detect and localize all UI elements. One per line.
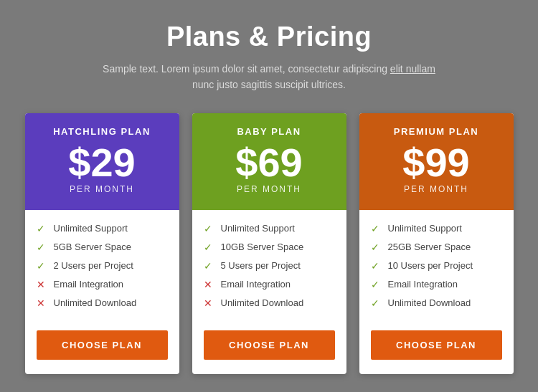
- feature-text: 2 Users per Project: [54, 260, 133, 271]
- plan-features-baby: ✓ Unlimited Support ✓ 10GB Server Space …: [192, 210, 346, 320]
- feature-text: Unlimited Download: [221, 297, 304, 308]
- feature-item: ✓ 5GB Server Space: [37, 242, 168, 253]
- check-yes-icon: ✓: [371, 223, 382, 234]
- plan-price-premium: $99: [371, 143, 502, 183]
- check-no-icon: ✕: [37, 279, 48, 290]
- feature-item: ✓ 10 Users per Project: [371, 260, 502, 272]
- feature-item: ✓ 5 Users per Project: [204, 260, 335, 272]
- plan-period-baby: PER MONTH: [204, 184, 335, 194]
- subtitle-text-2: nunc justo sagittis suscipit ultrices.: [192, 79, 346, 90]
- feature-text: Unlimited Support: [221, 223, 295, 234]
- plan-period-premium: PER MONTH: [371, 184, 502, 194]
- check-yes-icon: ✓: [371, 260, 382, 272]
- plan-period-hatchling: PER MONTH: [37, 184, 168, 194]
- feature-text: Unlimited Download: [54, 297, 137, 308]
- feature-text: Unlimited Support: [388, 223, 462, 234]
- choose-plan-button-hatchling[interactable]: CHOOSE PLAN: [37, 330, 168, 360]
- check-yes-icon: ✓: [37, 223, 48, 234]
- feature-text: 10GB Server Space: [221, 242, 304, 252]
- feature-item: ✓ 10GB Server Space: [204, 242, 335, 253]
- feature-item: ✓ Unlimited Support: [37, 223, 168, 234]
- feature-item: ✕ Email Integration: [37, 279, 168, 290]
- check-yes-icon: ✓: [204, 223, 215, 234]
- plan-features-hatchling: ✓ Unlimited Support ✓ 5GB Server Space ✓…: [25, 210, 179, 320]
- plan-name-premium: PREMIUM PLAN: [371, 126, 502, 137]
- plan-name-baby: BABY PLAN: [204, 126, 335, 137]
- check-yes-icon: ✓: [37, 260, 48, 272]
- feature-item: ✓ Email Integration: [371, 279, 502, 290]
- check-no-icon: ✕: [37, 297, 48, 309]
- check-yes-icon: ✓: [371, 279, 382, 290]
- choose-plan-button-baby[interactable]: CHOOSE PLAN: [204, 330, 335, 360]
- feature-text: Email Integration: [221, 279, 291, 290]
- check-yes-icon: ✓: [204, 242, 215, 253]
- plan-card-premium: PREMIUM PLAN $99 PER MONTH ✓ Unlimited S…: [359, 113, 514, 374]
- feature-text: Email Integration: [388, 279, 458, 290]
- feature-text: Email Integration: [54, 279, 124, 290]
- check-yes-icon: ✓: [37, 242, 48, 253]
- page-title: Plans & Pricing: [14, 21, 524, 52]
- feature-item: ✕ Unlimited Download: [37, 297, 168, 309]
- plan-name-hatchling: HATCHLING PLAN: [37, 126, 168, 137]
- plan-price-baby: $69: [204, 143, 335, 183]
- plan-footer-hatchling: CHOOSE PLAN: [25, 320, 179, 374]
- check-yes-icon: ✓: [371, 242, 382, 253]
- feature-text: Unlimited Download: [388, 297, 471, 308]
- check-no-icon: ✕: [204, 297, 215, 309]
- feature-item: ✓ 2 Users per Project: [37, 260, 168, 272]
- plan-footer-baby: CHOOSE PLAN: [192, 320, 346, 374]
- feature-item: ✓ Unlimited Support: [371, 223, 502, 234]
- choose-plan-button-premium[interactable]: CHOOSE PLAN: [371, 330, 502, 360]
- feature-item: ✕ Email Integration: [204, 279, 335, 290]
- plan-price-hatchling: $29: [37, 143, 168, 183]
- plan-card-hatchling: HATCHLING PLAN $29 PER MONTH ✓ Unlimited…: [25, 113, 179, 374]
- feature-item: ✓ Unlimited Download: [371, 297, 502, 309]
- plan-footer-premium: CHOOSE PLAN: [359, 320, 514, 374]
- feature-text: 25GB Server Space: [388, 242, 471, 252]
- subtitle-link[interactable]: elit nullam: [390, 63, 435, 75]
- feature-item: ✓ 25GB Server Space: [371, 242, 502, 253]
- plan-header-baby: BABY PLAN $69 PER MONTH: [192, 113, 346, 210]
- page-wrapper: Plans & Pricing Sample text. Lorem ipsum…: [0, 0, 538, 392]
- check-no-icon: ✕: [204, 279, 215, 290]
- feature-item: ✓ Unlimited Support: [204, 223, 335, 234]
- plan-card-baby: BABY PLAN $69 PER MONTH ✓ Unlimited Supp…: [192, 113, 346, 374]
- feature-text: 5GB Server Space: [54, 242, 131, 252]
- plan-header-hatchling: HATCHLING PLAN $29 PER MONTH: [25, 113, 179, 210]
- feature-text: 5 Users per Project: [221, 260, 301, 271]
- feature-text: 10 Users per Project: [388, 260, 473, 271]
- check-yes-icon: ✓: [371, 297, 382, 309]
- plan-features-premium: ✓ Unlimited Support ✓ 25GB Server Space …: [359, 210, 514, 320]
- feature-text: Unlimited Support: [54, 223, 128, 234]
- plan-header-premium: PREMIUM PLAN $99 PER MONTH: [359, 113, 514, 210]
- plans-container: HATCHLING PLAN $29 PER MONTH ✓ Unlimited…: [14, 113, 524, 374]
- page-subtitle: Sample text. Lorem ipsum dolor sit amet,…: [14, 61, 524, 93]
- subtitle-text-1: Sample text. Lorem ipsum dolor sit amet,…: [103, 63, 387, 75]
- feature-item: ✕ Unlimited Download: [204, 297, 335, 309]
- check-yes-icon: ✓: [204, 260, 215, 272]
